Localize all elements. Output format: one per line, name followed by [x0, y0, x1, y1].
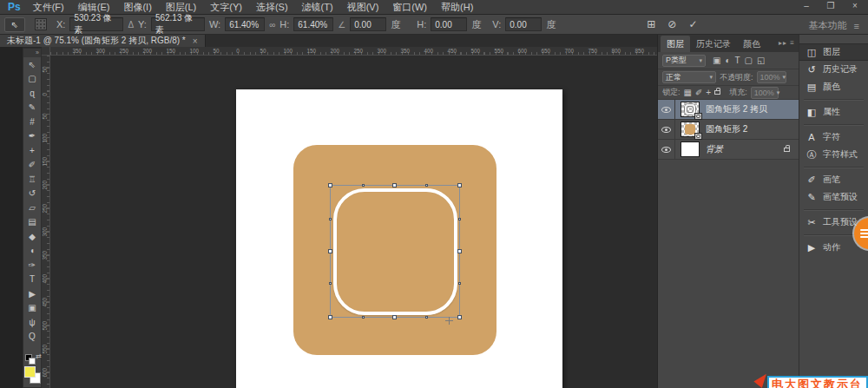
dock-item-character[interactable]: A字符 [799, 128, 868, 146]
menu-filter[interactable]: 滤镜(T) [302, 1, 333, 14]
workspace-switcher[interactable]: 基本功能 ≡ [809, 19, 859, 32]
foreground-color-swatch[interactable] [24, 366, 36, 378]
path-anchor-point[interactable] [362, 184, 365, 187]
path-anchor-point[interactable] [425, 316, 428, 319]
link-dimensions-icon[interactable]: ∞ [269, 20, 275, 30]
transform-handle-top-right[interactable] [457, 183, 462, 187]
menu-view[interactable]: 视图(V) [347, 1, 379, 14]
restore-button[interactable]: ❐ [825, 1, 837, 10]
zoom-tool[interactable]: Q [23, 330, 41, 345]
h-skew-field[interactable]: 0.00 [431, 17, 467, 31]
transform-handle-bottom-right[interactable] [457, 315, 462, 319]
path-anchor-point[interactable] [425, 184, 428, 187]
panel-tab-layers[interactable]: 图层 [661, 36, 690, 52]
menu-image[interactable]: 图像(I) [123, 1, 151, 14]
opacity-field[interactable]: 100%▾ [757, 71, 786, 83]
canvas[interactable] [236, 89, 562, 388]
eyedropper-tool[interactable]: ✒ [23, 129, 41, 144]
eraser-tool[interactable]: ▱ [23, 201, 41, 215]
minimize-button[interactable]: – [800, 1, 812, 10]
menu-file[interactable]: 文件(F) [33, 1, 64, 14]
commit-transform-button[interactable]: ✓ [688, 18, 697, 30]
quick-selection-tool[interactable]: ✎ [23, 101, 41, 115]
lock-paint-icon[interactable]: ✐ [695, 88, 702, 97]
clone-stamp-tool[interactable]: ♖ [23, 172, 41, 187]
menu-window[interactable]: 窗口(W) [392, 1, 427, 14]
crop-tool[interactable]: # [23, 115, 41, 129]
rectangular-marquee-tool[interactable]: ▢ [23, 72, 41, 87]
eye-icon[interactable] [661, 147, 671, 153]
dock-item-history[interactable]: ↺历史记录 [799, 61, 868, 78]
path-anchor-point[interactable] [458, 282, 461, 285]
layer-name[interactable]: 圆角矩形 2 拷贝 [706, 103, 767, 115]
tab-close-icon[interactable]: × [193, 36, 198, 46]
layer-filter-kind-dropdown[interactable]: Ρ类型▾ [662, 55, 706, 67]
type-tool[interactable]: T [23, 273, 41, 287]
layer-thumbnail[interactable] [681, 122, 700, 137]
filter-pixel-layers-icon[interactable]: ▣ [713, 56, 720, 65]
spot-healing-brush-tool[interactable]: + [23, 143, 41, 158]
panel-tab-history[interactable]: 历史记录 [690, 36, 737, 52]
tool-preset-picker[interactable]: ⇖ [4, 17, 25, 32]
layer-thumbnail[interactable] [681, 102, 700, 117]
history-brush-tool[interactable]: ↺ [23, 187, 41, 201]
reference-point-locator[interactable] [35, 18, 47, 30]
lasso-tool[interactable]: ɋ [23, 86, 41, 101]
filter-smart-objects-icon[interactable]: ◱ [757, 56, 765, 65]
filter-adjustment-layers-icon[interactable]: ◐ [725, 56, 730, 65]
filter-shape-layers-icon[interactable]: ▢ [745, 56, 753, 65]
cancel-transform-button[interactable]: ⊘ [667, 18, 676, 30]
transform-handle-middle-right[interactable] [457, 249, 462, 253]
warp-mode-button[interactable]: ⊞ [647, 18, 655, 30]
pen-tool[interactable]: ✑ [23, 258, 41, 273]
path-anchor-point[interactable] [329, 282, 332, 285]
layer-row[interactable]: 背景 [658, 140, 799, 160]
y-position-field[interactable]: 562.13 像素 [151, 17, 205, 31]
layer-name[interactable]: 圆角矩形 2 [706, 123, 747, 135]
path-anchor-point[interactable] [329, 218, 332, 220]
menu-help[interactable]: 帮助(H) [441, 1, 473, 14]
layer-name[interactable]: 背景 [706, 143, 723, 155]
dodge-tool[interactable]: ◖ [23, 244, 41, 259]
rectangle-tool[interactable]: ▣ [23, 301, 41, 316]
menu-select[interactable]: 选择(S) [256, 1, 288, 14]
height-field[interactable]: 61.40% [293, 17, 333, 31]
close-button[interactable]: × [849, 1, 861, 10]
hand-tool[interactable]: ψ [23, 315, 41, 330]
blend-mode-dropdown[interactable]: 正常▾ [662, 71, 716, 83]
transform-handle-bottom-center[interactable] [392, 315, 397, 319]
toolbar-collapse-icon[interactable]: » [23, 49, 41, 57]
eye-icon[interactable] [661, 127, 671, 133]
relative-positioning-icon[interactable]: Δ [128, 20, 134, 30]
blur-tool[interactable]: ◆ [23, 229, 41, 244]
dock-item-properties[interactable]: ◧属性 [799, 103, 868, 121]
path-anchor-point[interactable] [362, 316, 365, 319]
layer-row[interactable]: 圆角矩形 2 [658, 120, 799, 140]
panel-tab-color[interactable]: 颜色 [737, 36, 766, 52]
lock-position-icon[interactable]: + [706, 88, 711, 97]
transform-handle-middle-left[interactable] [328, 249, 332, 253]
fill-field[interactable]: 100%▾ [751, 87, 779, 99]
menu-type[interactable]: 文字(Y) [210, 1, 242, 14]
dock-item-brush[interactable]: ✐画笔 [799, 171, 868, 188]
eye-icon[interactable] [661, 107, 671, 113]
dock-item-character-styles[interactable]: Ⓐ字符样式 [799, 146, 868, 163]
path-selection-tool[interactable]: ▶ [23, 286, 41, 301]
dock-item-color[interactable]: ▤颜色 [799, 78, 868, 95]
transform-bounding-box[interactable] [330, 185, 460, 318]
path-anchor-point[interactable] [458, 218, 461, 220]
layer-thumbnail[interactable] [681, 141, 700, 157]
transform-handle-top-center[interactable] [392, 183, 397, 187]
layer-visibility-cell[interactable] [658, 140, 675, 159]
rotation-field[interactable]: 0.00 [350, 17, 386, 31]
move-tool[interactable]: ⇖ [23, 57, 41, 72]
layer-visibility-cell[interactable] [658, 120, 675, 139]
dock-item-layers[interactable]: ◫图层 [799, 43, 868, 61]
transform-handle-bottom-left[interactable] [328, 315, 332, 319]
document-tab[interactable]: 未标题-1 @ 75.1% (圆角矩形 2 拷贝, RGB/8) * × [0, 35, 206, 47]
width-field[interactable]: 61.40% [225, 17, 265, 31]
filter-type-layers-icon[interactable]: T [735, 56, 740, 65]
brush-tool[interactable]: ✐ [23, 158, 41, 173]
lock-transparent-pixels-icon[interactable]: ▦ [684, 88, 692, 97]
panel-collapse-and-menu-icons[interactable]: ▸▸ ≡ [779, 39, 795, 47]
